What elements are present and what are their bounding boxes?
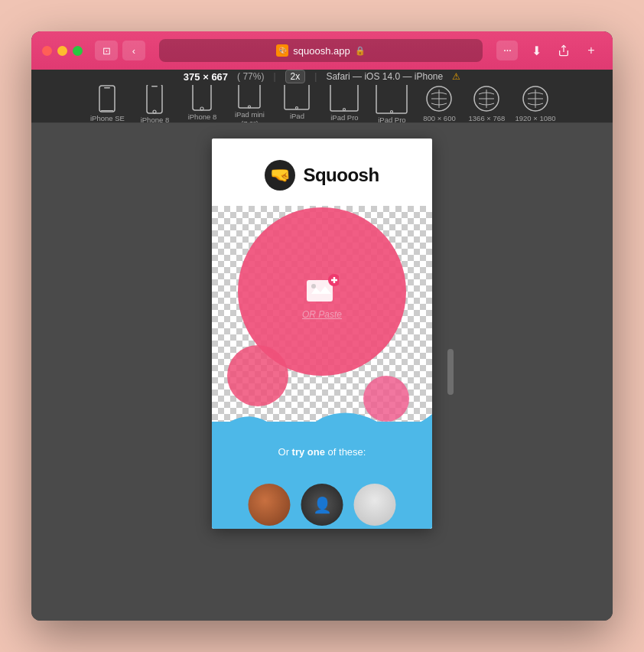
browser-window: ⊡ ‹ 🎨 squoosh.app 🔒 ··· ⬇ + (31, 31, 613, 621)
new-tab-button[interactable]: + (581, 41, 602, 60)
traffic-lights (42, 46, 83, 56)
thumbnail-2[interactable]: 👤 (301, 484, 343, 526)
upload-icon-container[interactable]: OR Paste (302, 272, 342, 320)
sidebar-icon: ⊡ (102, 45, 111, 57)
scroll-handle-right[interactable] (447, 349, 454, 395)
device-ipad-pro-105[interactable]: iPad Pro(10.5") (325, 85, 363, 122)
device-ipad[interactable]: iPad(9.7") (278, 85, 316, 122)
device-1366x768[interactable]: 1366 × 768 (467, 85, 506, 122)
phone-frame: 🤜 Squoosh (212, 139, 432, 529)
try-one-text: Or try one of these: (212, 445, 432, 458)
downloads-button[interactable]: ⬇ (525, 41, 547, 60)
device-label-iphone-se: iPhone SE (90, 114, 125, 122)
favicon-icon: 🎨 (276, 44, 288, 57)
squoosh-header: 🤜 Squoosh (212, 139, 432, 206)
svg-rect-1 (99, 86, 115, 112)
device-iphone-se[interactable]: iPhone SE (88, 85, 126, 122)
title-bar: ⊡ ‹ 🎨 squoosh.app 🔒 ··· ⬇ + (31, 31, 613, 70)
wave-section: Or try one of these: 👤 (212, 422, 432, 529)
minimize-button[interactable] (57, 46, 67, 56)
share-button[interactable] (553, 41, 574, 60)
svg-rect-27 (307, 280, 333, 302)
thumbnail-3[interactable] (354, 484, 396, 526)
warning-icon: ⚠ (452, 71, 460, 82)
svg-rect-16 (376, 85, 407, 113)
device-label-ipad-pro-129: iPad Pro(12.9") (378, 116, 405, 122)
device-ipad-pro-129[interactable]: iPad Pro(12.9") (372, 85, 411, 122)
device-label-ipad: iPad(9.7") (288, 112, 306, 122)
svg-rect-10 (239, 85, 260, 108)
or-paste-text[interactable]: OR Paste (302, 309, 342, 320)
squoosh-logo: 🤜 (265, 160, 295, 191)
zoom-percent: ( 77%) (237, 71, 264, 82)
svg-point-17 (391, 111, 393, 113)
svg-rect-2 (104, 87, 110, 89)
try-bold: try one (292, 446, 325, 458)
device-iphone-8-plus[interactable]: iPhone 8Plus (183, 85, 221, 122)
svg-rect-5 (151, 86, 158, 87)
device-label-ipad-mini: iPad mini(7.9") (235, 110, 265, 122)
wave-svg (212, 406, 432, 437)
device-iphone-8[interactable]: iPhone 8 (135, 85, 174, 122)
svg-point-11 (249, 106, 251, 108)
more-button[interactable]: ··· (496, 41, 518, 60)
devices-row: iPhone SE iPhone 8 (80, 85, 563, 122)
squoosh-logo-emoji: 🤜 (270, 165, 291, 185)
back-button[interactable]: ‹ (122, 41, 145, 60)
maximize-button[interactable] (73, 46, 83, 56)
more-dots-icon: ··· (503, 44, 511, 57)
thumbnail-row: 👤 (249, 484, 396, 526)
device-label-1920x1080: 1920 × 1080 (515, 114, 555, 122)
svg-point-13 (296, 107, 298, 109)
squoosh-app: 🤜 Squoosh (212, 139, 432, 529)
sidebar-toggle-button[interactable]: ⊡ (95, 41, 118, 60)
browser-label: Safari — iOS 14.0 — iPhone (326, 71, 443, 82)
right-controls: ⬇ + (525, 41, 602, 60)
device-label-800x600: 800 × 600 (423, 114, 456, 122)
lock-icon: 🔒 (355, 46, 366, 56)
svg-point-15 (343, 109, 346, 111)
svg-rect-7 (193, 85, 211, 110)
thumbnail-1[interactable] (249, 484, 291, 526)
device-ipad-mini[interactable]: iPad mini(7.9") (230, 85, 268, 122)
svg-point-29 (311, 284, 316, 289)
address-bar[interactable]: 🎨 squoosh.app 🔒 (159, 39, 483, 62)
url-text: squoosh.app (293, 45, 350, 57)
device-label-1366x768: 1366 × 768 (469, 114, 506, 122)
dpr-selector[interactable]: 2x (285, 70, 306, 83)
nav-controls: ⊡ ‹ (95, 41, 145, 60)
device-label-iphone-8: iPhone 8 (141, 116, 170, 122)
squoosh-title: Squoosh (303, 165, 379, 186)
dimensions-row: 375 × 667 ( 77%) | 2x | Safari — iOS 14.… (184, 70, 460, 83)
device-800x600[interactable]: 800 × 600 (420, 85, 458, 122)
device-label-iphone-8-plus: iPhone 8Plus (188, 112, 217, 122)
device-label-ipad-pro-105: iPad Pro(10.5") (330, 113, 358, 122)
svg-rect-4 (147, 85, 162, 113)
content-area: 🤜 Squoosh (31, 123, 613, 621)
svg-rect-12 (285, 85, 309, 109)
viewport-dimensions: 375 × 667 (184, 71, 228, 83)
svg-rect-3 (101, 110, 113, 111)
back-icon: ‹ (132, 45, 135, 57)
devtools-bar: 375 × 667 ( 77%) | 2x | Safari — iOS 14.… (31, 70, 613, 123)
device-1920x1080[interactable]: 1920 × 1080 (515, 85, 555, 122)
svg-rect-14 (330, 85, 358, 111)
upload-icon (305, 272, 339, 303)
small-circle-left (227, 345, 288, 406)
close-button[interactable] (42, 46, 52, 56)
